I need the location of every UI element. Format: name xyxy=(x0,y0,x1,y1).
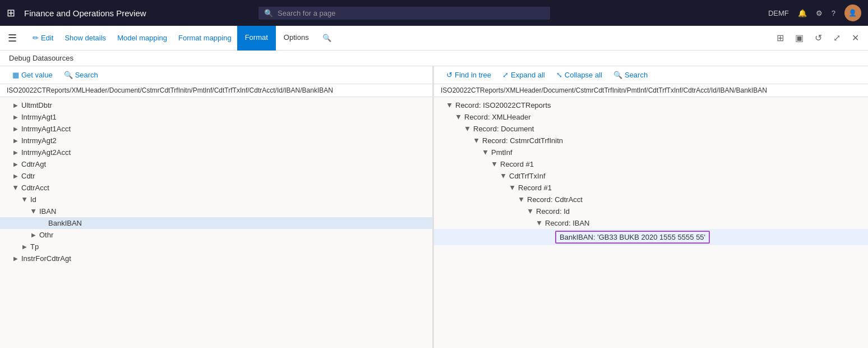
right-tree-item-cstmr[interactable]: ▶ Record: CstmrCdtTrfInitn xyxy=(434,135,868,146)
model-mapping-button[interactable]: Model mapping xyxy=(112,31,173,44)
arrow-Id[interactable]: ▶ xyxy=(22,195,28,204)
format-mapping-button[interactable]: Format mapping xyxy=(173,31,237,44)
tree-item-IBAN[interactable]: ▶ IBAN xyxy=(0,205,432,217)
arrow-InstrForCdtrAgt[interactable]: ▶ xyxy=(11,255,20,262)
right-search-button[interactable]: 🔍 Search xyxy=(608,68,653,81)
tab-format[interactable]: Format xyxy=(237,26,276,51)
right-tree-item-rec1[interactable]: ▶ Record #1 xyxy=(434,158,868,170)
get-value-button[interactable]: ▦ Get value xyxy=(7,68,58,81)
app-title: Finance and Operations Preview xyxy=(24,8,146,18)
user-label: DEMF xyxy=(768,9,789,17)
right-tree-item-doc[interactable]: ▶ Record: Document xyxy=(434,123,868,135)
right-search-icon: 🔍 xyxy=(613,71,622,79)
tree-item-CdtrAgt[interactable]: ▶ CdtrAgt xyxy=(0,158,432,170)
right-path-bar: ISO20022CTReports/XMLHeader/Document/Cst… xyxy=(434,84,868,97)
arrow-cdttrfinf[interactable]: ▶ xyxy=(501,172,507,181)
left-tree[interactable]: ▶ UltmtDbtr ▶ IntrmyAgt1 ▶ IntrmyAgt1Acc… xyxy=(0,97,432,348)
maximize-icon[interactable]: ⤢ xyxy=(829,30,845,45)
arrow-rec1[interactable]: ▶ xyxy=(492,160,498,169)
search-input[interactable] xyxy=(278,9,544,17)
tree-item-CdtrAcct[interactable]: ▶ CdtrAcct xyxy=(0,182,432,194)
tree-item-Othr[interactable]: ▶ Othr xyxy=(0,229,432,241)
right-tree-item-iso[interactable]: ▶ Record: ISO20022CTReports xyxy=(434,99,868,111)
grid-icon[interactable]: ⊞ xyxy=(7,7,15,19)
arrow-xml[interactable]: ▶ xyxy=(456,113,462,122)
right-tree-item-recid[interactable]: ▶ Record: Id xyxy=(434,205,868,217)
hamburger-menu[interactable]: ☰ xyxy=(4,32,20,44)
left-path-bar: ISO20022CTReports/XMLHeader/Document/Cst… xyxy=(0,84,432,97)
arrow-pmtinf[interactable]: ▶ xyxy=(483,148,489,157)
expand-all-button[interactable]: ⤢ Expand all xyxy=(497,68,551,81)
arrow-Cdtr[interactable]: ▶ xyxy=(11,173,20,179)
tree-item-IntrmyAgt1[interactable]: ▶ IntrmyAgt1 xyxy=(0,111,432,123)
tree-item-BankIBAN[interactable]: ▶ BankIBAN xyxy=(0,217,432,229)
search-tab-icon[interactable]: 🔍 xyxy=(317,31,337,44)
arrow-IntrmyAgt1[interactable]: ▶ xyxy=(11,114,20,120)
tree-item-IntrmyAgt2[interactable]: ▶ IntrmyAgt2 xyxy=(0,135,432,146)
debug-datasources-header: Debug Datasources xyxy=(0,51,868,66)
tree-item-InstrForCdtrAgt[interactable]: ▶ InstrForCdtrAgt xyxy=(0,253,432,264)
right-tree-item-pmtinf[interactable]: ▶ PmtInf xyxy=(434,146,868,158)
arrow-Tp[interactable]: ▶ xyxy=(20,244,29,250)
arrow-IntrmyAgt2Acct[interactable]: ▶ xyxy=(11,149,20,155)
expand-all-icon: ⤢ xyxy=(502,71,509,79)
right-tree-item-cdttrfinf[interactable]: ▶ CdtTrfTxInf xyxy=(434,170,868,182)
tree-item-IntrmyAgt1Acct[interactable]: ▶ IntrmyAgt1Acct xyxy=(0,123,432,135)
search-icon: 🔍 xyxy=(264,9,273,17)
right-tree-item-xml[interactable]: ▶ Record: XMLHeader xyxy=(434,111,868,123)
arrow-doc[interactable]: ▶ xyxy=(465,125,471,134)
tree-item-UltmtDbtr[interactable]: ▶ UltmtDbtr xyxy=(0,99,432,111)
arrow-IBAN[interactable]: ▶ xyxy=(31,207,37,216)
left-search-icon: 🔍 xyxy=(64,71,73,79)
arrow-IntrmyAgt1Acct[interactable]: ▶ xyxy=(11,126,20,132)
collapse-all-button[interactable]: ⤡ Collapse all xyxy=(551,68,608,81)
main-content: Debug Datasources ▦ Get value 🔍 Search I… xyxy=(0,51,868,348)
secondary-nav-right: ⊞ ▣ ↺ ⤢ ✕ xyxy=(772,30,864,45)
edit-icon: ✏ xyxy=(33,34,39,42)
left-search-button[interactable]: 🔍 Search xyxy=(58,68,104,81)
global-search[interactable]: 🔍 xyxy=(258,7,550,20)
settings-icon[interactable]: ⚙ xyxy=(816,9,823,17)
arrow-iso[interactable]: ▶ xyxy=(447,101,453,110)
help-icon[interactable]: ? xyxy=(832,9,835,17)
notification-icon[interactable]: 🔔 xyxy=(798,9,807,17)
left-pane: ▦ Get value 🔍 Search ISO20022CTReports/X… xyxy=(0,66,434,348)
refresh-icon[interactable]: ↺ xyxy=(810,30,827,45)
find-in-tree-button[interactable]: ↺ Find in tree xyxy=(441,68,497,81)
arrow-IntrmyAgt2[interactable]: ▶ xyxy=(11,138,20,144)
tree-item-Id[interactable]: ▶ Id xyxy=(0,194,432,205)
top-nav-right: DEMF 🔔 ⚙ ? 👤 xyxy=(768,4,861,21)
right-pane: ↺ Find in tree ⤢ Expand all ⤡ Collapse a… xyxy=(434,66,868,348)
arrow-reciban[interactable]: ▶ xyxy=(537,219,543,228)
tree-item-Tp[interactable]: ▶ Tp xyxy=(0,241,432,253)
show-details-button[interactable]: Show details xyxy=(59,31,112,44)
arrow-cstmr[interactable]: ▶ xyxy=(474,136,480,145)
grid-view-icon[interactable]: ⊞ xyxy=(772,30,788,45)
right-toolbar: ↺ Find in tree ⤢ Expand all ⤡ Collapse a… xyxy=(434,66,868,84)
left-toolbar: ▦ Get value 🔍 Search xyxy=(0,66,432,84)
arrow-UltmtDbtr[interactable]: ▶ xyxy=(11,102,20,108)
avatar[interactable]: 👤 xyxy=(844,4,861,21)
close-icon[interactable]: ✕ xyxy=(847,30,864,45)
edit-button[interactable]: ✏ Edit xyxy=(27,31,59,44)
arrow-CdtrAgt[interactable]: ▶ xyxy=(11,161,20,167)
right-tree-item-bankiban-val[interactable]: ▶ BankIBAN: 'GB33 BUKB 2020 1555 5555 55… xyxy=(434,229,868,245)
find-in-tree-icon: ↺ xyxy=(446,71,453,79)
arrow-CdtrAcct[interactable]: ▶ xyxy=(13,184,19,193)
right-tree-item-rec1b[interactable]: ▶ Record #1 xyxy=(434,182,868,194)
arrow-Othr[interactable]: ▶ xyxy=(29,232,38,238)
collapse-all-icon: ⤡ xyxy=(556,71,562,79)
split-view-icon[interactable]: ▣ xyxy=(791,30,808,45)
split-pane: ▦ Get value 🔍 Search ISO20022CTReports/X… xyxy=(0,66,868,348)
top-navigation: ⊞ Finance and Operations Preview 🔍 DEMF … xyxy=(0,0,868,26)
arrow-rec1b[interactable]: ▶ xyxy=(510,184,516,193)
tab-options[interactable]: Options xyxy=(276,26,317,51)
right-tree[interactable]: ▶ Record: ISO20022CTReports ▶ Record: XM… xyxy=(434,97,868,348)
tree-item-Cdtr[interactable]: ▶ Cdtr xyxy=(0,170,432,182)
tree-item-IntrmyAgt2Acct[interactable]: ▶ IntrmyAgt2Acct xyxy=(0,146,432,158)
arrow-recid[interactable]: ▶ xyxy=(528,207,534,216)
right-tree-item-cdtracct[interactable]: ▶ Record: CdtrAcct xyxy=(434,194,868,205)
arrow-cdtracct[interactable]: ▶ xyxy=(519,195,525,204)
secondary-navigation: ☰ ✏ Edit Show details Model mapping Form… xyxy=(0,26,868,51)
right-tree-item-reciban[interactable]: ▶ Record: IBAN xyxy=(434,217,868,229)
